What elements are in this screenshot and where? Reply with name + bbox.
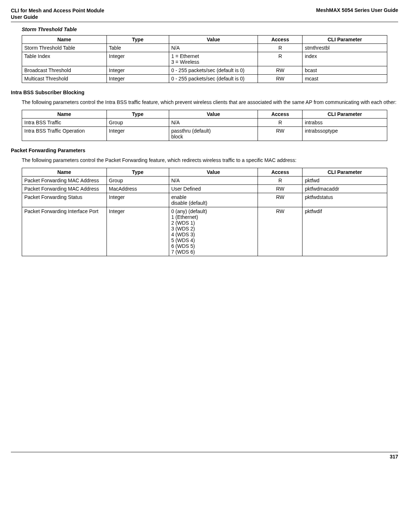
table-row: Intra BSS TrafficGroupN/ARintrabss (22, 118, 387, 126)
header-left: CLI for Mesh and Access Point Module Use… (11, 7, 104, 20)
cell-value: User Defined (169, 184, 258, 193)
col-cli: CLI Parameter (302, 168, 387, 176)
col-cli: CLI Parameter (302, 36, 387, 44)
cell-access: RW (258, 207, 302, 256)
section3-text: The following parameters control the Pac… (22, 157, 398, 164)
col-access: Access (258, 168, 302, 176)
col-type: Type (107, 36, 169, 44)
cell-value: N/A (169, 118, 258, 126)
cell-name: Packet Forwarding Interface Port (22, 207, 107, 256)
cell-value: 0 (any) (default)1 (Ethernet)2 (WDS 1)3 … (169, 207, 258, 256)
cell-value: 0 - 255 packets/sec (default is 0) (169, 75, 258, 83)
col-name: Name (22, 110, 107, 118)
table-row: Storm Threshold TableTableN/ARstmthrestb… (22, 44, 387, 52)
col-type: Type (107, 110, 169, 118)
cell-type: Group (107, 176, 169, 184)
table-row: Multicast ThresholdInteger0 - 255 packet… (22, 75, 387, 83)
cell-cli: intrabssoptype (302, 126, 387, 141)
cell-value: passthru (default)block (169, 126, 258, 141)
header-left-line2: User Guide (11, 14, 38, 20)
cell-name: Intra BSS Traffic (22, 118, 107, 126)
section3-title: Packet Forwarding Parameters (11, 147, 398, 153)
intra-bss-table: Name Type Value Access CLI Parameter Int… (22, 110, 387, 141)
cell-type: Group (107, 118, 169, 126)
cell-type: MacAddress (107, 184, 169, 193)
table-header-row: Name Type Value Access CLI Parameter (22, 168, 387, 176)
col-value: Value (169, 168, 258, 176)
cell-type: Table (107, 44, 169, 52)
col-value: Value (169, 36, 258, 44)
table-row: Intra BSS Traffic OperationIntegerpassth… (22, 126, 387, 141)
cell-type: Integer (107, 75, 169, 83)
cell-name: Table Index (22, 52, 107, 66)
cell-name: Packet Forwarding Status (22, 193, 107, 207)
cell-cli: intrabss (302, 118, 387, 126)
cell-access: R (258, 44, 302, 52)
cell-type: Integer (107, 193, 169, 207)
header-right: MeshMAX 5054 Series User Guide (316, 7, 398, 20)
col-access: Access (258, 36, 302, 44)
cell-type: Integer (107, 52, 169, 66)
section2-text: The following parameters control the Int… (22, 99, 398, 106)
col-type: Type (107, 168, 169, 176)
section1-title: Storm Threshold Table (22, 26, 398, 32)
col-value: Value (169, 110, 258, 118)
cell-cli: pktfwdmacaddr (302, 184, 387, 193)
cell-type: Integer (107, 207, 169, 256)
cell-access: RW (258, 66, 302, 75)
page-footer: 317 (11, 452, 398, 460)
cell-value: enabledisable (default) (169, 193, 258, 207)
page-header: CLI for Mesh and Access Point Module Use… (11, 7, 398, 20)
cell-type: Integer (107, 126, 169, 141)
table-row: Packet Forwarding StatusIntegerenabledis… (22, 193, 387, 207)
table-row: Packet Forwarding MAC AddressMacAddressU… (22, 184, 387, 193)
storm-threshold-table: Name Type Value Access CLI Parameter Sto… (22, 35, 387, 83)
cell-access: RW (258, 126, 302, 141)
cell-name: Storm Threshold Table (22, 44, 107, 52)
cell-name: Broadcast Threshold (22, 66, 107, 75)
table-header-row: Name Type Value Access CLI Parameter (22, 110, 387, 118)
cell-name: Multicast Threshold (22, 75, 107, 83)
footer-divider (11, 452, 398, 452)
cell-value: 0 - 255 packets/sec (default is 0) (169, 66, 258, 75)
cell-cli: pktfwdif (302, 207, 387, 256)
cell-access: R (258, 118, 302, 126)
cell-value: 1 = Ethernet3 = Wireless (169, 52, 258, 66)
col-access: Access (258, 110, 302, 118)
cell-value: N/A (169, 176, 258, 184)
cell-value: N/A (169, 44, 258, 52)
header-left-line1: CLI for Mesh and Access Point Module (11, 8, 104, 13)
table-row: Packet Forwarding MAC AddressGroupN/ARpk… (22, 176, 387, 184)
col-name: Name (22, 36, 107, 44)
col-cli: CLI Parameter (302, 110, 387, 118)
cell-access: RW (258, 184, 302, 193)
cell-cli: mcast (302, 75, 387, 83)
cell-name: Packet Forwarding MAC Address (22, 176, 107, 184)
header-divider (11, 22, 398, 22)
cell-access: RW (258, 75, 302, 83)
cell-cli: pktfwdstatus (302, 193, 387, 207)
cell-cli: bcast (302, 66, 387, 75)
cell-name: Intra BSS Traffic Operation (22, 126, 107, 141)
cell-access: R (258, 176, 302, 184)
table-row: Packet Forwarding Interface PortInteger0… (22, 207, 387, 256)
cell-name: Packet Forwarding MAC Address (22, 184, 107, 193)
table-header-row: Name Type Value Access CLI Parameter (22, 36, 387, 44)
packet-forwarding-table: Name Type Value Access CLI Parameter Pac… (22, 168, 387, 256)
cell-access: R (258, 52, 302, 66)
cell-cli: pktfwd (302, 176, 387, 184)
col-name: Name (22, 168, 107, 176)
cell-type: Integer (107, 66, 169, 75)
cell-cli: index (302, 52, 387, 66)
page-number: 317 (11, 454, 398, 460)
table-row: Table IndexInteger1 = Ethernet3 = Wirele… (22, 52, 387, 66)
section2-title: Intra BSS Subscriber Blocking (11, 90, 398, 95)
cell-cli: stmthrestbl (302, 44, 387, 52)
table-row: Broadcast ThresholdInteger0 - 255 packet… (22, 66, 387, 75)
cell-access: RW (258, 193, 302, 207)
